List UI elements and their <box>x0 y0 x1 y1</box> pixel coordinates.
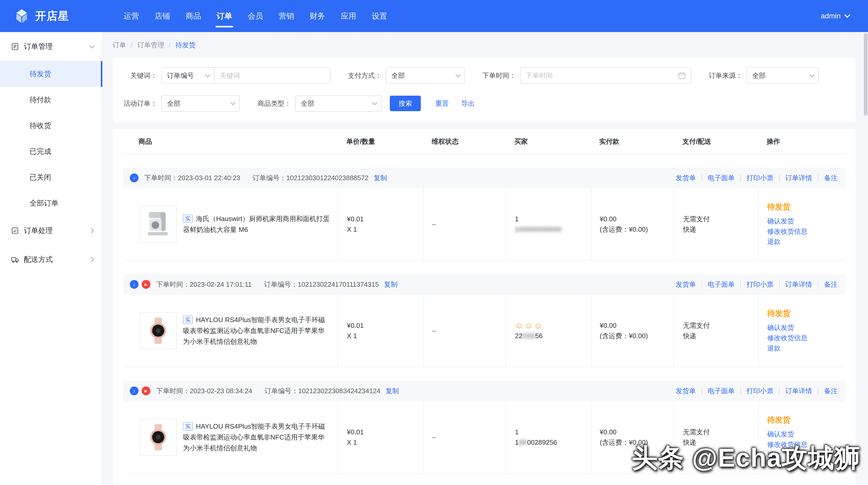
ship-invoice-link[interactable]: 发货单 <box>670 387 702 395</box>
refund-link[interactable]: 退款 <box>767 450 838 460</box>
print-receipt-link[interactable]: 打印小票 <box>740 174 779 181</box>
e-waybill-link[interactable]: 电子面单 <box>702 174 740 181</box>
sidebar-group-order-management[interactable]: 订单管理 <box>0 32 102 61</box>
product-title[interactable]: HAYLOU RS4Plus智能手表男女电子手环磁吸表带检监测运动心率血氧非NF… <box>183 316 325 345</box>
app-window: 开店星 运营店铺商品订单会员营销财务应用设置 admin 订单管理 待发货待付款… <box>0 0 868 485</box>
pay-method-select[interactable]: 全部 <box>386 67 465 84</box>
rights-status-cell: – <box>424 188 506 260</box>
sidebar-item-pending-receipt[interactable]: 待收货 <box>0 113 102 139</box>
ship-invoice-link[interactable]: 发货单 <box>670 174 702 181</box>
sidebar-item-closed[interactable]: 已关闭 <box>0 164 102 190</box>
order-row: 实HAYLOU RS4Plus智能手表男女电子手环磁吸表带检监测运动心率血氧非N… <box>123 401 845 474</box>
reset-link[interactable]: 重置 <box>435 99 449 108</box>
confirm-ship-link[interactable]: 确认发货 <box>767 323 838 333</box>
breadcrumb-item[interactable]: 订单管理 <box>137 40 164 50</box>
copy-order-no-link[interactable]: 复制 <box>374 174 387 183</box>
order-detail-link[interactable]: 订单详情 <box>779 281 818 288</box>
orders-list: ♪ 下单时间：2023-03-01 22:40:23 订单编号：10212303… <box>123 168 845 474</box>
sidebar-group-label: 订单处理 <box>24 226 53 236</box>
confirm-ship-link[interactable]: 确认发货 <box>767 429 838 439</box>
keyword-type-select[interactable]: 订单编号 <box>161 67 215 84</box>
order-time-input[interactable]: 下单时间 <box>520 67 691 84</box>
paid-amount: ¥0.00 <box>600 427 667 437</box>
filter-card: 关键词： 订单编号 支付方式： 全部 下单时间： <box>113 58 856 122</box>
goods-type-select[interactable]: 全部 <box>295 95 381 112</box>
copy-order-no-link[interactable]: 复制 <box>386 387 399 396</box>
print-receipt-link[interactable]: 打印小票 <box>740 281 779 288</box>
e-waybill-link[interactable]: 电子面单 <box>702 281 740 288</box>
rights-status-cell: – <box>424 401 506 473</box>
scrollbar-thumb[interactable] <box>864 33 867 116</box>
payment-delivery-cell: 无需支付 快递 <box>674 188 758 260</box>
sidebar-item-all-orders[interactable]: 全部订单 <box>0 190 102 216</box>
confirm-ship-link[interactable]: 确认发货 <box>767 216 838 226</box>
nav-item-settings[interactable]: 设置 <box>364 0 395 32</box>
edit-address-link[interactable]: 修改收货信息 <box>767 333 838 343</box>
product-title[interactable]: 海氏（Hauswirt）厨师机家用商用和面机打蛋器鲜奶油机大容量 M6 <box>183 215 330 234</box>
delivery-type: 快递 <box>683 437 751 448</box>
rights-status-cell: – <box>424 295 506 367</box>
remark-link[interactable]: 备注 <box>818 387 843 395</box>
payment-delivery-cell: 无需支付 快递 <box>674 295 758 367</box>
actions-cell: 待发货 确认发货修改收货信息退款 <box>758 401 845 473</box>
nav-item-operations[interactable]: 运营 <box>116 0 147 32</box>
sidebar-item-pending-payment[interactable]: 待付款 <box>0 87 102 113</box>
nav-item-shop[interactable]: 店铺 <box>147 0 178 32</box>
orders-table-card: 商品 单价/数量 维权状态 买家 实付款 支付/配送 操作 ♪ 下单时间：202… <box>113 129 856 485</box>
activity-order-select[interactable]: 全部 <box>161 95 240 112</box>
nav-item-finance[interactable]: 财务 <box>302 0 333 32</box>
product-image <box>140 312 177 349</box>
search-button[interactable]: 搜索 <box>390 96 421 111</box>
copy-order-no-link[interactable]: 复制 <box>384 280 398 289</box>
user-menu[interactable]: admin <box>821 12 849 20</box>
actions-cell: 待发货 确认发货修改收货信息退款 <box>758 188 845 260</box>
nav-item-orders[interactable]: 订单 <box>209 0 240 32</box>
remark-link[interactable]: 备注 <box>818 174 843 181</box>
product-image <box>140 206 177 243</box>
keyword-input[interactable] <box>214 67 330 84</box>
remark-link[interactable]: 备注 <box>818 281 843 288</box>
main-content: 订单 / 订单管理 / 待发货 关键词： 订单编号 支付方式： <box>103 32 868 485</box>
activity-order-value: 全部 <box>167 99 180 108</box>
order-source-select[interactable]: 全部 <box>746 67 819 84</box>
edit-address-link[interactable]: 修改收货信息 <box>767 226 838 237</box>
order-number: 订单编号：1021230301224023888572 <box>252 174 368 183</box>
nav-item-members[interactable]: 会员 <box>240 0 271 32</box>
goods-type-label: 商品类型： <box>257 99 291 108</box>
brand[interactable]: 开店星 <box>13 9 100 23</box>
order-block: ♪▶ 下单时间：2023-02-23 08:34:24 订单编号：1021230… <box>123 381 845 474</box>
refund-link[interactable]: 退款 <box>767 343 838 354</box>
order-header-links: 发货单电子面单打印小票订单详情备注 <box>670 281 843 288</box>
order-status: 待发货 <box>767 308 838 319</box>
paid-cell: ¥0.00 (含运费：¥0.00) <box>591 401 674 473</box>
sidebar-group-order-processing[interactable]: 订单处理 <box>0 216 102 245</box>
order-number: 订单编号：1021230224170111374315 <box>264 280 379 289</box>
print-receipt-link[interactable]: 打印小票 <box>740 387 779 395</box>
order-time: 下单时间：2023-02-24 17:01:11 <box>156 280 252 289</box>
refund-link[interactable]: 退款 <box>767 237 838 247</box>
ship-invoice-link[interactable]: 发货单 <box>670 281 702 288</box>
sidebar-item-pending-shipment[interactable]: 待发货 <box>0 61 102 87</box>
edit-address-link[interactable]: 修改收货信息 <box>767 439 838 450</box>
sidebar-group-delivery-method[interactable]: 配送方式 <box>0 245 102 274</box>
chevron-right-icon <box>89 257 94 262</box>
col-product: 商品 <box>123 137 338 146</box>
chevron-down-icon <box>89 43 95 48</box>
nav-item-marketing[interactable]: 营销 <box>271 0 302 32</box>
nav-item-goods[interactable]: 商品 <box>178 0 209 32</box>
nav-item-apps[interactable]: 应用 <box>333 0 364 32</box>
order-list-icon <box>11 42 19 51</box>
sidebar-item-completed[interactable]: 已完成 <box>0 139 102 164</box>
order-detail-link[interactable]: 订单详情 <box>779 387 818 395</box>
e-waybill-link[interactable]: 电子面单 <box>702 387 740 395</box>
scrollbar[interactable] <box>864 33 867 484</box>
order-row: 实HAYLOU RS4Plus智能手表男女电子手环磁吸表带检监测运动心率血氧非N… <box>123 295 845 367</box>
order-detail-link[interactable]: 订单详情 <box>779 174 818 181</box>
product-title[interactable]: HAYLOU RS4Plus智能手表男女电子手环磁吸表带检监测运动心率血氧非NF… <box>183 422 325 452</box>
breadcrumb-item[interactable]: 订单 <box>113 40 126 50</box>
price-qty-cell: ¥0.01 X 1 <box>338 295 424 367</box>
chevron-down-icon <box>844 12 850 18</box>
product-tag: 实 <box>183 215 193 223</box>
export-link[interactable]: 导出 <box>461 99 474 108</box>
product-info: 实海氏（Hauswirt）厨师机家用商用和面机打蛋器鲜奶油机大容量 M6 <box>183 213 331 235</box>
